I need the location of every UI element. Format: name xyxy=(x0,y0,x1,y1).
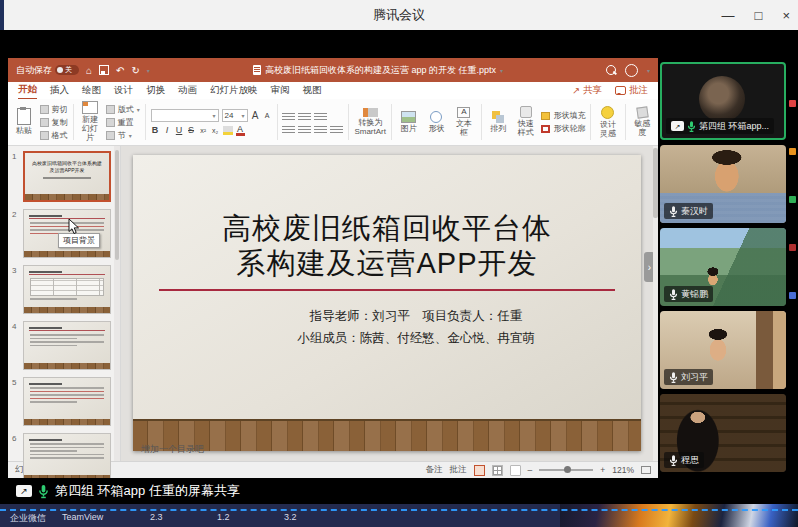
desktop-item[interactable]: 企业微信 xyxy=(10,512,46,525)
cut-button[interactable]: 剪切 xyxy=(40,104,68,115)
layout-button[interactable]: 版式▾ xyxy=(106,104,140,115)
bold-button[interactable]: B xyxy=(151,125,160,135)
tab-view[interactable]: 视图 xyxy=(303,82,322,99)
thumbnail-slide[interactable]: 高校废旧纸箱回收平台体系构建及运营APP开发 xyxy=(23,151,111,202)
arrange-button[interactable]: 排列 xyxy=(486,101,510,143)
slide-title[interactable]: 高校废旧纸箱回收平台体 系构建及运营APP开发 xyxy=(133,211,641,282)
normal-view-button[interactable] xyxy=(474,465,485,476)
comments-toggle[interactable]: 批注 xyxy=(450,464,467,476)
align-left-icon[interactable] xyxy=(282,124,295,133)
font-name-combobox[interactable]: ▾ xyxy=(151,109,219,122)
save-icon[interactable] xyxy=(99,65,109,75)
autosave-toggle[interactable]: 自动保存 关 xyxy=(16,64,79,77)
align-center-icon[interactable] xyxy=(298,124,311,133)
picture-button[interactable]: 图片 xyxy=(397,101,421,143)
close-button[interactable]: × xyxy=(782,8,790,23)
canvas-scrollbar[interactable] xyxy=(653,146,658,461)
thumbnail-slide[interactable] xyxy=(23,433,111,482)
undo-icon[interactable]: ↶ xyxy=(116,65,124,76)
participant-tile-5[interactable]: 程思 xyxy=(660,394,786,472)
slide-thumbnail-3[interactable]: 3 xyxy=(12,265,111,314)
slide-thumbnail-5[interactable]: 5 xyxy=(12,377,111,426)
textbox-button[interactable]: A 文本框 xyxy=(452,101,476,143)
fit-to-window-icon[interactable] xyxy=(641,466,651,474)
slide-editing-canvas[interactable]: 高校废旧纸箱回收平台体 系构建及运营APP开发 指导老师：刘习平 项目负责人：任… xyxy=(121,146,658,461)
shape-outline-button[interactable]: 形状轮廓 xyxy=(541,123,585,134)
zoom-out-button[interactable]: – xyxy=(528,465,533,475)
justify-icon[interactable] xyxy=(330,124,343,133)
account-icon[interactable] xyxy=(625,64,638,77)
indent-icon[interactable] xyxy=(314,111,327,120)
smartart-button[interactable]: 转换为SmartArt xyxy=(354,101,386,143)
notes-toggle[interactable]: 备注 xyxy=(426,464,443,476)
canvas-scrollbar-thumb[interactable] xyxy=(653,148,658,218)
home-icon[interactable]: ⌂ xyxy=(86,65,92,76)
tab-slideshow[interactable]: 幻灯片放映 xyxy=(210,82,258,99)
bullets-icon[interactable] xyxy=(282,111,295,120)
filename-text[interactable]: 高校废旧纸箱回收体系的构建及运营 app 的开发 任重.pptx xyxy=(265,64,496,77)
comments-button[interactable]: 批注 xyxy=(615,84,648,97)
zoom-percentage[interactable]: 121% xyxy=(612,465,634,475)
slide-thumbnail-6[interactable]: 6 xyxy=(12,433,111,482)
minimize-button[interactable]: — xyxy=(722,8,735,23)
qat-caret-icon[interactable]: ▾ xyxy=(147,67,150,74)
superscript-button[interactable]: x² xyxy=(199,127,208,134)
tab-insert[interactable]: 插入 xyxy=(50,82,69,99)
quick-styles-button[interactable]: 快速样式 xyxy=(514,101,538,143)
maximize-button[interactable]: □ xyxy=(755,8,763,23)
zoom-slider-knob[interactable] xyxy=(564,466,571,473)
font-color-button[interactable]: A xyxy=(236,125,245,136)
slide-canvas[interactable]: 高校废旧纸箱回收平台体 系构建及运营APP开发 指导老师：刘习平 项目负责人：任… xyxy=(133,155,641,451)
paste-button[interactable]: 粘贴 xyxy=(12,101,36,143)
participant-tile-4[interactable]: 刘习平 xyxy=(660,311,786,389)
highlight-color-button[interactable] xyxy=(223,126,233,135)
zoom-in-button[interactable]: + xyxy=(600,465,605,475)
account-caret-icon[interactable]: ▾ xyxy=(647,67,650,74)
tab-animations[interactable]: 动画 xyxy=(178,82,197,99)
shrink-font-button[interactable]: A xyxy=(263,112,272,119)
filename-caret-icon[interactable]: ▾ xyxy=(500,67,503,74)
desktop-item[interactable]: 1.2 xyxy=(217,512,230,522)
sensitivity-button[interactable]: 敏感度 xyxy=(630,101,654,143)
slide-sorter-view-button[interactable] xyxy=(492,465,503,476)
new-slide-button[interactable]: 新建幻灯片 xyxy=(78,101,102,143)
reset-button[interactable]: 重置 xyxy=(106,117,140,128)
search-icon[interactable] xyxy=(606,65,616,75)
tab-design[interactable]: 设计 xyxy=(114,82,133,99)
participant-tile-1[interactable]: ↗ 第四组 环箱app... xyxy=(660,62,786,140)
slide-thumbnail-1[interactable]: 1 高校废旧纸箱回收平台体系构建及运营APP开发 xyxy=(12,151,111,202)
participant-tile-3[interactable]: 黄锦鹏 xyxy=(660,228,786,306)
subscript-button[interactable]: x₂ xyxy=(211,127,220,134)
grow-font-button[interactable]: A xyxy=(251,110,260,121)
thumbnail-slide[interactable] xyxy=(23,321,111,370)
format-painter-button[interactable]: 格式 xyxy=(40,130,68,141)
zoom-slider[interactable] xyxy=(539,469,593,471)
tab-review[interactable]: 审阅 xyxy=(271,82,290,99)
participant-tile-2[interactable]: 秦汉时 xyxy=(660,145,786,223)
slide-thumbnail-4[interactable]: 4 xyxy=(12,321,111,370)
slideshow-view-button[interactable] xyxy=(510,465,521,476)
desktop-item[interactable]: 2.3 xyxy=(150,512,163,522)
desktop-item[interactable]: TeamView xyxy=(62,512,103,522)
copy-button[interactable]: 复制 xyxy=(40,117,68,128)
font-size-combobox[interactable]: 24▾ xyxy=(222,109,248,122)
share-button[interactable]: ↗ 共享 xyxy=(572,84,602,97)
italic-button[interactable]: I xyxy=(163,125,172,135)
tab-draw[interactable]: 绘图 xyxy=(82,82,101,99)
slide-subtitle[interactable]: 指导老师：刘习平 项目负责人：任重 小组成员：陈茜、付经慜、金心悦、冉宜萌 xyxy=(133,305,641,350)
thumbnail-scrollbar[interactable] xyxy=(114,146,120,461)
thumbnail-slide[interactable] xyxy=(23,265,111,314)
thumbnail-scrollbar-thumb[interactable] xyxy=(115,150,119,260)
design-ideas-button[interactable]: 设计灵感 xyxy=(596,101,620,143)
underline-button[interactable]: U xyxy=(175,125,184,135)
numbering-icon[interactable] xyxy=(298,111,311,120)
desktop-item[interactable]: 3.2 xyxy=(284,512,297,522)
shapes-button[interactable]: 形状 xyxy=(425,101,449,143)
redo-icon[interactable]: ↻ xyxy=(131,65,139,76)
thumbnail-slide[interactable] xyxy=(23,377,111,426)
section-button[interactable]: 节▾ xyxy=(106,130,140,141)
strikethrough-button[interactable]: S xyxy=(187,125,196,135)
tab-home[interactable]: 开始 xyxy=(18,81,37,100)
shape-fill-button[interactable]: 形状填充 xyxy=(541,110,585,121)
align-right-icon[interactable] xyxy=(314,124,327,133)
